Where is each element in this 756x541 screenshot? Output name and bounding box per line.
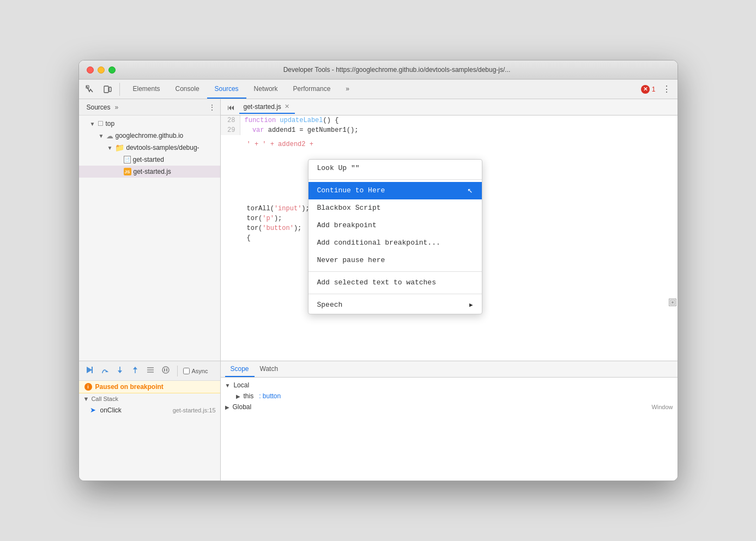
- tab-sources[interactable]: Sources: [207, 80, 246, 99]
- scope-global-header[interactable]: ▶ Global Window: [221, 402, 678, 412]
- tab-close-button[interactable]: ✕: [283, 103, 291, 110]
- page-file-icon: 📄: [124, 156, 131, 163]
- call-stack-label: Call Stack: [91, 396, 118, 402]
- main-content: Sources » ⋮ ▼ ☐ top ▼ ☁ googlechrom: [79, 99, 678, 481]
- scope-panel: Scope Watch ▼ Local ▶ this : butt: [221, 361, 678, 481]
- deactivate-breakpoints-button[interactable]: [144, 364, 156, 378]
- error-icon: ✕: [641, 85, 650, 94]
- tab-console[interactable]: Console: [168, 80, 207, 99]
- cursor-icon: ↖: [468, 186, 473, 196]
- svg-marker-12: [133, 367, 137, 369]
- scope-this-item[interactable]: ▶ this : button: [221, 391, 678, 402]
- svg-rect-2: [109, 87, 111, 92]
- call-arrow-icon: ➤: [90, 406, 96, 414]
- call-file: get-started.js:15: [173, 407, 216, 414]
- ctx-speech[interactable]: Speech ▶: [309, 296, 482, 314]
- debug-separator: [177, 366, 178, 376]
- close-button[interactable]: [87, 66, 94, 74]
- window-label: Window: [651, 404, 673, 410]
- more-options-button[interactable]: ⋮: [660, 82, 673, 96]
- ctx-never-pause[interactable]: Never pause here: [309, 252, 482, 269]
- async-checkbox[interactable]: [183, 368, 190, 374]
- code-line-right: ' + ' + addend2 +: [221, 139, 678, 149]
- toolbar-right: ✕ 1 ⋮: [641, 82, 673, 96]
- code-tab-get-started-js[interactable]: get-started.js ✕: [239, 101, 295, 114]
- code-area[interactable]: 28 function updateLabel() { 29 var adden…: [221, 116, 678, 361]
- scroll-indicator[interactable]: [669, 299, 676, 306]
- line-content: torAll('input');: [243, 204, 310, 214]
- scope-this-value: : button: [259, 392, 281, 400]
- scope-triangle-icon: ▶: [225, 404, 229, 410]
- ctx-blackbox[interactable]: Blackbox Script: [309, 199, 482, 217]
- step-out-button[interactable]: [129, 364, 141, 378]
- tree-item-folder[interactable]: ▼ 📁 devtools-samples/debug-: [79, 142, 220, 154]
- async-label: Async: [183, 368, 208, 374]
- pause-on-exceptions-button[interactable]: [160, 364, 172, 378]
- line-content: var addend1 = getNumber1();: [240, 125, 359, 135]
- tree-item-domain[interactable]: ▼ ☁ googlechrome.github.io: [79, 130, 220, 142]
- ctx-add-watches[interactable]: Add selected text to watches: [309, 274, 482, 291]
- code-line-28: 28 function updateLabel() {: [221, 116, 678, 125]
- cloud-icon: ☁: [106, 132, 113, 140]
- resume-button[interactable]: [83, 364, 95, 378]
- call-stack-header[interactable]: ▼ Call Stack: [79, 393, 220, 404]
- line-content: function updateLabel() {: [240, 116, 339, 125]
- call-stack-item-onclick[interactable]: ➤ onClick get-started.js:15: [79, 404, 220, 416]
- scope-tabs: Scope Watch: [221, 361, 678, 378]
- call-name: onClick: [100, 406, 122, 414]
- sidebar: Sources » ⋮ ▼ ☐ top ▼ ☁ googlechrom: [79, 99, 221, 361]
- scope-section-label: Local: [233, 381, 249, 389]
- tree-item-top[interactable]: ▼ ☐ top: [79, 118, 220, 130]
- file-tree: ▼ ☐ top ▼ ☁ googlechrome.github.io ▼ 📁: [79, 116, 220, 361]
- context-menu: Look Up "" Continue to Here ↖ Blackbox S…: [308, 159, 482, 314]
- ctx-conditional-breakpoint[interactable]: Add conditional breakpoint...: [309, 234, 482, 252]
- devtools-toolbar: Elements Console Sources Network Perform…: [79, 80, 678, 99]
- code-tab-label: get-started.js: [244, 103, 281, 111]
- line-number: 28: [221, 116, 240, 125]
- svg-rect-1: [104, 86, 108, 93]
- ctx-separator: [309, 179, 482, 180]
- tab-network[interactable]: Network: [246, 80, 286, 99]
- tree-item-get-started[interactable]: ▶ 📄 get-started: [79, 154, 220, 166]
- toolbar-icons: [83, 83, 120, 96]
- svg-rect-6: [92, 367, 93, 373]
- window-title: Developer Tools - https://googlechrome.g…: [124, 66, 670, 74]
- folder-icon: ☐: [98, 120, 104, 127]
- inspect-icon[interactable]: [83, 83, 96, 96]
- navigate-back-button[interactable]: ⏮: [225, 102, 237, 113]
- minimize-button[interactable]: [98, 66, 105, 74]
- tree-item-get-started-js[interactable]: ▶ JS get-started.js: [79, 166, 220, 178]
- tab-more[interactable]: »: [338, 80, 357, 99]
- tab-elements[interactable]: Elements: [125, 80, 168, 99]
- tree-arrow-icon: ▼: [107, 145, 113, 151]
- debug-panel: Async i Paused on breakpoint ▼ Call Stac…: [79, 361, 221, 481]
- error-badge: ✕ 1: [641, 85, 656, 94]
- bottom-area: Async i Paused on breakpoint ▼ Call Stac…: [79, 361, 678, 481]
- tree-label: get-started.js: [134, 168, 171, 175]
- device-icon[interactable]: [101, 83, 114, 96]
- ctx-add-breakpoint[interactable]: Add breakpoint: [309, 217, 482, 234]
- scope-tab-scope[interactable]: Scope: [225, 361, 255, 377]
- maximize-button[interactable]: [108, 66, 116, 74]
- scope-content: ▼ Local ▶ this : button ▶ Global Window: [221, 378, 678, 481]
- scope-local-header[interactable]: ▼ Local: [221, 380, 678, 391]
- tab-performance[interactable]: Performance: [286, 80, 338, 99]
- tree-label: googlechrome.github.io: [116, 132, 184, 139]
- code-panel: ⏮ get-started.js ✕ 28 function updateLab…: [221, 99, 678, 361]
- ctx-continue-here[interactable]: Continue to Here ↖: [309, 182, 482, 199]
- svg-rect-4: [672, 301, 674, 303]
- step-into-button[interactable]: [114, 364, 126, 378]
- step-over-button[interactable]: [99, 364, 111, 378]
- tree-arrow-icon: ▼: [90, 121, 95, 127]
- info-icon: i: [84, 383, 92, 391]
- ctx-separator-3: [309, 294, 482, 294]
- line-number: 29: [221, 125, 240, 135]
- svg-point-16: [162, 367, 169, 373]
- devtools-body: Sources » ⋮ ▼ ☐ top ▼ ☁ googlechrom: [79, 99, 678, 361]
- devtools-tabs: Elements Console Sources Network Perform…: [125, 80, 641, 99]
- scope-tab-watch[interactable]: Watch: [255, 361, 284, 377]
- line-content: tor('button');: [243, 223, 302, 233]
- ctx-look-up[interactable]: Look Up "": [309, 160, 482, 177]
- line-content: tor('p');: [243, 214, 282, 223]
- sidebar-options-icon[interactable]: ⋮: [208, 103, 216, 112]
